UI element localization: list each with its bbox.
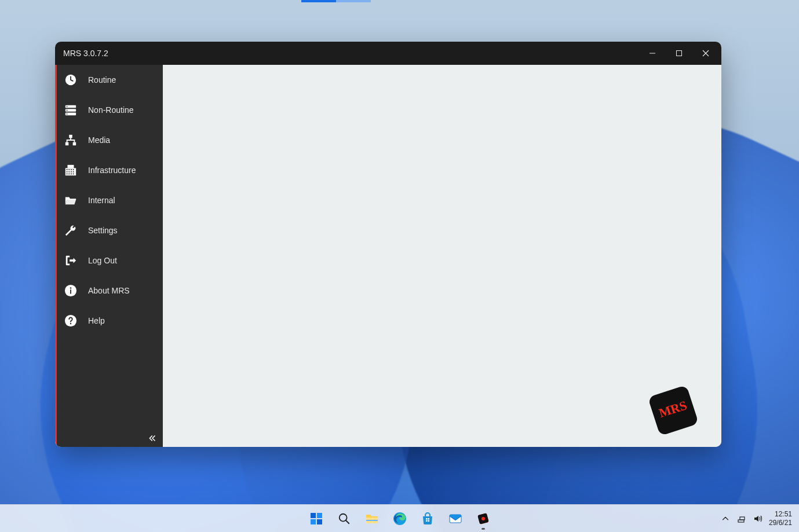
minimize-button[interactable]: [639, 42, 666, 65]
svg-rect-19: [68, 171, 70, 173]
maximize-button[interactable]: [666, 42, 692, 65]
svg-point-6: [67, 106, 68, 107]
sidebar-collapse-button[interactable]: [57, 430, 163, 447]
building-icon: [64, 163, 78, 177]
info-icon: [64, 284, 78, 298]
svg-rect-36: [311, 519, 316, 524]
system-tray: 12:51 29/6/21: [720, 510, 794, 527]
sidebar-item-logout[interactable]: Log Out: [57, 245, 163, 276]
taskbar-edge[interactable]: [388, 507, 412, 531]
sidebar-item-label: Help: [88, 316, 105, 325]
sidebar-item-label: Media: [88, 135, 110, 145]
svg-rect-25: [73, 174, 74, 175]
sidebar-item-routine[interactable]: Routine: [57, 65, 163, 95]
svg-rect-43: [428, 518, 429, 520]
mrs-app-icon: [476, 511, 491, 526]
top-accent: [301, 0, 336, 2]
network-tray-icon[interactable]: [736, 513, 747, 524]
svg-rect-44: [426, 520, 428, 522]
svg-point-8: [67, 113, 68, 115]
svg-rect-10: [65, 142, 69, 146]
sidebar-item-label: Infrastructure: [88, 166, 136, 175]
svg-rect-37: [317, 519, 322, 524]
taskbar: 12:51 29/6/21: [0, 504, 799, 532]
close-button[interactable]: [692, 42, 719, 65]
clock-time: 12:51: [775, 510, 792, 518]
taskbar-pinned-apps: [304, 507, 495, 531]
taskbar-file-explorer[interactable]: [360, 507, 384, 531]
svg-point-28: [70, 287, 72, 289]
chevron-double-left-icon: [148, 434, 157, 443]
taskbar-search-button[interactable]: [332, 507, 356, 531]
taskbar-clock[interactable]: 12:51 29/6/21: [769, 510, 794, 527]
svg-rect-1: [677, 51, 682, 56]
svg-rect-17: [73, 169, 74, 170]
sidebar-item-help[interactable]: Help: [57, 306, 163, 336]
mrs-application-window: MRS 3.0.7.2 Routine: [55, 42, 721, 447]
svg-rect-11: [73, 142, 76, 146]
sidebar-item-label: Settings: [88, 226, 118, 235]
svg-point-7: [67, 110, 68, 111]
sidebar-item-label: Routine: [88, 75, 116, 85]
taskbar-mail[interactable]: [443, 507, 468, 531]
svg-rect-15: [68, 169, 70, 170]
svg-rect-0: [650, 53, 655, 54]
sidebar-item-infrastructure[interactable]: Infrastructure: [57, 155, 163, 185]
svg-rect-22: [67, 174, 68, 175]
titlebar[interactable]: MRS 3.0.7.2: [55, 42, 721, 65]
sidebar-item-label: About MRS: [88, 286, 130, 295]
sidebar-item-label: Internal: [88, 196, 115, 205]
store-icon: [420, 511, 435, 526]
network-icon: [64, 133, 78, 147]
svg-rect-14: [67, 169, 68, 170]
svg-rect-18: [67, 171, 68, 173]
sidebar-item-non-routine[interactable]: Non-Routine: [57, 95, 163, 125]
sidebar-item-media[interactable]: Media: [57, 125, 163, 155]
sidebar-item-label: Non-Routine: [88, 105, 134, 115]
taskbar-store[interactable]: [415, 507, 440, 531]
stack-icon: [64, 103, 78, 117]
svg-rect-9: [69, 135, 72, 138]
help-icon: [64, 314, 78, 328]
search-icon: [337, 511, 352, 526]
folder-open-icon: [64, 193, 78, 207]
sidebar-item-internal[interactable]: Internal: [57, 185, 163, 215]
svg-rect-35: [317, 513, 322, 518]
clock-date: 29/6/21: [769, 519, 792, 527]
taskbar-mrs-app[interactable]: [471, 507, 495, 531]
maximize-icon: [676, 50, 683, 57]
window-title: MRS 3.0.7.2: [63, 49, 108, 58]
sidebar-item-about[interactable]: About MRS: [57, 276, 163, 306]
sidebar-item-label: Log Out: [88, 256, 117, 265]
svg-point-30: [70, 323, 71, 324]
svg-rect-40: [366, 520, 378, 521]
svg-rect-45: [428, 520, 429, 522]
clock-icon: [64, 73, 78, 87]
window-controls: [639, 42, 719, 65]
svg-rect-24: [71, 174, 72, 175]
minimize-icon: [649, 50, 656, 57]
logout-icon: [64, 254, 78, 267]
sidebar-item-settings[interactable]: Settings: [57, 215, 163, 245]
close-icon: [702, 50, 709, 57]
sidebar: Routine Non-Routine Media: [57, 65, 163, 447]
svg-rect-42: [426, 518, 428, 520]
windows-start-icon: [309, 511, 324, 526]
svg-rect-51: [740, 517, 745, 520]
mail-icon: [448, 511, 463, 526]
svg-rect-13: [68, 165, 74, 168]
edge-icon: [392, 511, 407, 526]
svg-rect-23: [68, 174, 70, 175]
svg-rect-20: [71, 171, 72, 173]
start-button[interactable]: [304, 507, 329, 531]
top-accent: [336, 0, 371, 2]
wrench-icon: [64, 223, 78, 237]
main-content-area: MRS: [163, 65, 721, 447]
svg-rect-21: [73, 171, 74, 173]
tray-chevron-up-icon[interactable]: [720, 513, 731, 524]
svg-rect-16: [71, 169, 72, 170]
file-explorer-icon: [364, 511, 380, 526]
volume-tray-icon[interactable]: [753, 513, 763, 524]
svg-rect-27: [70, 289, 71, 293]
svg-rect-34: [311, 513, 316, 518]
